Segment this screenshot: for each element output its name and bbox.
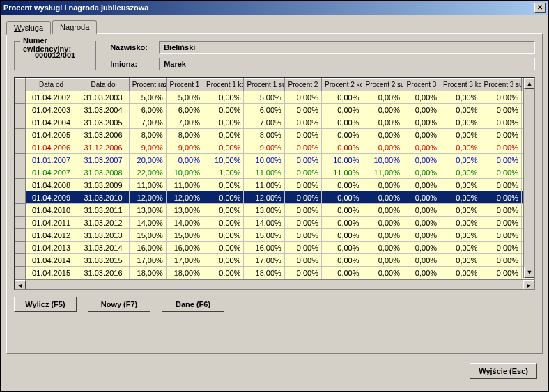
cell[interactable]: 0,00%	[322, 204, 362, 217]
cell[interactable]: 17,00%	[166, 254, 203, 267]
cell[interactable]: 0,00%	[203, 242, 243, 254]
cell[interactable]: 17,00%	[129, 254, 166, 267]
cell[interactable]: 8,00%	[244, 129, 284, 141]
cell[interactable]: 0,00%	[440, 166, 481, 179]
cell[interactable]: 7,00%	[129, 116, 166, 129]
cell[interactable]: 0,00%	[440, 116, 481, 129]
cell[interactable]: 0,00%	[481, 104, 521, 116]
cell[interactable]: 01.04.2013	[25, 242, 77, 254]
cell[interactable]: 0,00%	[440, 91, 481, 104]
cell[interactable]: 0,00%	[403, 141, 440, 154]
cell[interactable]: 0,00%	[481, 242, 521, 254]
dane-button[interactable]: Dane (F6)	[162, 297, 224, 312]
row-header[interactable]	[15, 129, 26, 141]
cell[interactable]: 14,00%	[166, 217, 203, 229]
table-row[interactable]: 01.01.200731.03.200720,00%0,00%10,00%10,…	[15, 154, 536, 166]
cell[interactable]: 0,00%	[362, 229, 403, 242]
cell[interactable]: 0,00%	[403, 229, 440, 242]
cell[interactable]: 13,00%	[129, 204, 166, 217]
tab-nagroda[interactable]: Nagroda	[52, 20, 97, 34]
cell[interactable]: 15,00%	[129, 229, 166, 242]
cell[interactable]: 0,00%	[362, 254, 403, 267]
cell[interactable]: 10,00%	[322, 154, 362, 166]
cell[interactable]: 0,00%	[403, 166, 440, 179]
cell[interactable]: 0,00%	[481, 229, 521, 242]
tab-wysluga[interactable]: Wysługa	[6, 21, 51, 35]
table-row[interactable]: 01.04.200831.03.200911,00%11,00%0,00%11,…	[15, 179, 536, 191]
cell[interactable]: 13,00%	[166, 204, 203, 217]
cell[interactable]: 0,00%	[203, 91, 243, 104]
cell[interactable]: 0,00%	[440, 242, 481, 254]
cell[interactable]: 15,00%	[244, 229, 284, 242]
table-row[interactable]: 01.04.200631.12.20069,00%9,00%0,00%9,00%…	[15, 141, 536, 154]
column-header[interactable]: Procent 2	[284, 79, 321, 91]
cell[interactable]: 01.04.2007	[25, 166, 77, 179]
cell[interactable]: 31.03.2004	[77, 104, 129, 116]
cell[interactable]: 0,00%	[403, 254, 440, 267]
table-row[interactable]: 01.04.200231.03.20035,00%5,00%0,00%5,00%…	[15, 91, 536, 104]
cell[interactable]: 11,00%	[244, 179, 284, 191]
cell[interactable]: 8,00%	[166, 129, 203, 141]
cell[interactable]: 0,00%	[284, 116, 321, 129]
column-header[interactable]: Procent 3 suma	[481, 79, 521, 91]
cell[interactable]: 31.03.2008	[77, 166, 129, 179]
cell[interactable]: 0,00%	[203, 179, 243, 191]
cell[interactable]: 0,00%	[440, 141, 481, 154]
cell[interactable]: 0,00%	[203, 141, 243, 154]
cell[interactable]: 01.04.2005	[25, 129, 77, 141]
column-header[interactable]: Procent 3	[403, 79, 440, 91]
cell[interactable]: 31.03.2015	[77, 254, 129, 267]
cell[interactable]: 0,00%	[284, 104, 321, 116]
cell[interactable]: 0,00%	[362, 141, 403, 154]
cell[interactable]: 8,00%	[129, 129, 166, 141]
cell[interactable]: 9,00%	[244, 141, 284, 154]
cell[interactable]: 0,00%	[403, 129, 440, 141]
cell[interactable]: 31.03.2016	[77, 267, 129, 279]
data-grid[interactable]: Data odData doProcent razemProcent 1Proc…	[14, 77, 535, 290]
cell[interactable]: 01.04.2009	[25, 191, 77, 204]
cell[interactable]: 14,00%	[129, 217, 166, 229]
column-header[interactable]: Procent 2 korekta	[322, 79, 362, 91]
cell[interactable]: 0,00%	[203, 229, 243, 242]
cell[interactable]: 11,00%	[166, 179, 203, 191]
cell[interactable]: 0,00%	[362, 129, 403, 141]
table-row[interactable]: 01.04.200731.03.200822,00%10,00%1,00%11,…	[15, 166, 536, 179]
column-header[interactable]: Data od	[25, 79, 77, 91]
cell[interactable]: 0,00%	[403, 104, 440, 116]
cell[interactable]: 11,00%	[362, 166, 403, 179]
cell[interactable]: 0,00%	[284, 267, 321, 279]
cell[interactable]: 0,00%	[403, 242, 440, 254]
cell[interactable]: 01.04.2011	[25, 217, 77, 229]
cell[interactable]: 0,00%	[440, 154, 481, 166]
cell[interactable]: 10,00%	[203, 154, 243, 166]
cell[interactable]: 0,00%	[284, 254, 321, 267]
cell[interactable]: 01.04.2003	[25, 104, 77, 116]
cell[interactable]: 0,00%	[481, 91, 521, 104]
table-row[interactable]: 01.04.201131.03.201214,00%14,00%0,00%14,…	[15, 217, 536, 229]
cell[interactable]: 0,00%	[481, 254, 521, 267]
row-header[interactable]	[15, 116, 26, 129]
cell[interactable]: 0,00%	[403, 91, 440, 104]
cell[interactable]: 10,00%	[244, 154, 284, 166]
cell[interactable]: 6,00%	[129, 104, 166, 116]
cell[interactable]: 13,00%	[244, 204, 284, 217]
cell[interactable]: 15,00%	[166, 229, 203, 242]
cell[interactable]: 0,00%	[362, 217, 403, 229]
cell[interactable]: 10,00%	[362, 154, 403, 166]
cell[interactable]: 0,00%	[284, 191, 321, 204]
cell[interactable]: 0,00%	[440, 254, 481, 267]
cell[interactable]: 0,00%	[284, 242, 321, 254]
cell[interactable]: 11,00%	[129, 179, 166, 191]
cell[interactable]: 0,00%	[440, 229, 481, 242]
cell[interactable]: 31.12.2006	[77, 141, 129, 154]
cell[interactable]: 7,00%	[166, 116, 203, 129]
cell[interactable]: 12,00%	[129, 191, 166, 204]
cell[interactable]: 0,00%	[284, 129, 321, 141]
cell[interactable]: 0,00%	[481, 217, 521, 229]
cell[interactable]: 0,00%	[166, 154, 203, 166]
cell[interactable]: 1,00%	[203, 166, 243, 179]
cell[interactable]: 0,00%	[322, 267, 362, 279]
cell[interactable]: 0,00%	[440, 129, 481, 141]
row-header[interactable]	[15, 141, 26, 154]
cell[interactable]: 0,00%	[481, 116, 521, 129]
